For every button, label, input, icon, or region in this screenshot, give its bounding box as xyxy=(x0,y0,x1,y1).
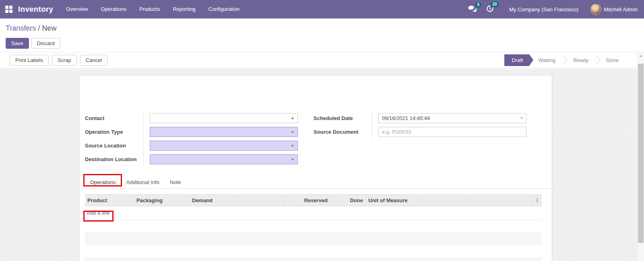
scroll-up-arrow-icon[interactable]: ▲ xyxy=(638,52,644,59)
activities-button[interactable]: 20 xyxy=(486,5,494,14)
column-header-empty xyxy=(471,195,533,206)
caret-down-icon xyxy=(291,159,294,161)
form-left-column: Contact Operation Type Source Location D… xyxy=(85,111,304,166)
status-step-ready[interactable]: Ready xyxy=(567,54,594,66)
breadcrumb-current: New xyxy=(42,24,56,32)
print-labels-button[interactable]: Print Labels xyxy=(10,55,49,66)
caret-down-icon xyxy=(520,117,523,119)
form-statusbar-row: Print Labels Scrap Cancel Draft Waiting … xyxy=(0,52,644,68)
save-button[interactable]: Save xyxy=(6,38,29,49)
status-chevron-separator xyxy=(561,54,567,66)
app-title: Inventory xyxy=(18,5,53,14)
menu-reporting[interactable]: Reporting xyxy=(166,0,202,19)
page-background: Contact Operation Type Source Location D… xyxy=(0,69,644,261)
contact-field[interactable] xyxy=(150,113,298,123)
caret-down-icon xyxy=(291,118,294,120)
column-header-empty xyxy=(234,195,284,206)
user-avatar[interactable] xyxy=(590,4,601,15)
column-header-done[interactable]: Done xyxy=(330,195,366,206)
status-step-waiting[interactable]: Waiting xyxy=(529,54,561,66)
destination-location-field[interactable] xyxy=(150,154,298,164)
messages-button[interactable]: 5 xyxy=(468,5,477,14)
add-a-line-link[interactable]: Add a line xyxy=(87,210,110,216)
breadcrumb-separator: / xyxy=(36,24,42,32)
form-right-column: Scheduled Date Source Document xyxy=(314,111,539,139)
column-header-product[interactable]: Product xyxy=(85,195,134,206)
source-document-label: Source Document xyxy=(314,129,372,135)
status-chevron-separator xyxy=(594,54,600,66)
company-switcher[interactable]: My Company (San Francisco) xyxy=(509,6,578,12)
operations-table: Product Packaging Demand Reserved Done U… xyxy=(85,194,542,261)
column-header-packaging[interactable]: Packaging xyxy=(134,195,190,206)
column-header-demand[interactable]: Demand xyxy=(190,195,234,206)
scrap-button[interactable]: Scrap xyxy=(52,55,77,66)
empty-row xyxy=(85,220,542,232)
breadcrumb: Transfers / New xyxy=(6,23,638,33)
status-pipeline: Draft Waiting Ready Done xyxy=(504,54,625,66)
menu-products[interactable]: Products xyxy=(133,0,166,19)
empty-row xyxy=(85,232,542,245)
menu-operations[interactable]: Operations xyxy=(95,0,133,19)
discard-button[interactable]: Discard xyxy=(31,38,60,49)
operation-type-field[interactable] xyxy=(150,127,298,137)
scrollbar-thumb[interactable] xyxy=(638,64,644,243)
table-header-row: Product Packaging Demand Reserved Done U… xyxy=(85,194,542,206)
top-navbar: Inventory Overview Operations Products R… xyxy=(0,0,644,19)
status-step-done[interactable]: Done xyxy=(600,54,625,66)
empty-row xyxy=(85,257,542,261)
source-location-label: Source Location xyxy=(85,143,143,149)
activities-badge: 20 xyxy=(490,2,499,7)
menu-overview[interactable]: Overview xyxy=(60,0,94,19)
column-header-reserved[interactable]: Reserved xyxy=(284,195,330,206)
form-sheet: Contact Operation Type Source Location D… xyxy=(79,75,552,261)
source-location-field[interactable] xyxy=(150,141,298,151)
menu-configuration[interactable]: Configuration xyxy=(202,0,246,19)
notebook-tabs: Operations Additional Info Note xyxy=(79,176,552,189)
empty-row xyxy=(85,245,542,257)
tab-additional-info[interactable]: Additional Info xyxy=(121,176,165,188)
destination-location-label: Destination Location xyxy=(85,156,143,162)
status-step-draft[interactable]: Draft xyxy=(504,54,529,66)
scheduled-date-label: Scheduled Date xyxy=(314,115,372,121)
column-header-empty xyxy=(418,195,471,206)
caret-down-icon xyxy=(291,145,294,147)
contact-label: Contact xyxy=(85,115,143,121)
cancel-button[interactable]: Cancel xyxy=(80,55,107,66)
messages-badge: 5 xyxy=(475,2,482,8)
apps-grid-icon[interactable] xyxy=(5,6,12,13)
source-document-input[interactable] xyxy=(378,127,526,137)
main-menu: Overview Operations Products Reporting C… xyxy=(60,0,246,19)
control-panel: Transfers / New Save Discard xyxy=(0,19,644,52)
tab-operations[interactable]: Operations xyxy=(85,176,121,188)
operation-type-label: Operation Type xyxy=(85,129,143,135)
breadcrumb-transfers-link[interactable]: Transfers xyxy=(6,24,36,32)
table-add-row: Add a line xyxy=(85,206,542,220)
caret-down-icon xyxy=(291,131,294,133)
scheduled-date-input[interactable] xyxy=(378,113,526,123)
optional-columns-icon[interactable]: ⋮ xyxy=(535,198,540,203)
column-header-unit-of-measure[interactable]: Unit of Measure xyxy=(366,195,418,206)
vertical-scrollbar[interactable]: ▲ xyxy=(637,52,644,261)
tab-note[interactable]: Note xyxy=(165,176,186,188)
user-menu[interactable]: Mitchell Admin xyxy=(604,6,638,12)
